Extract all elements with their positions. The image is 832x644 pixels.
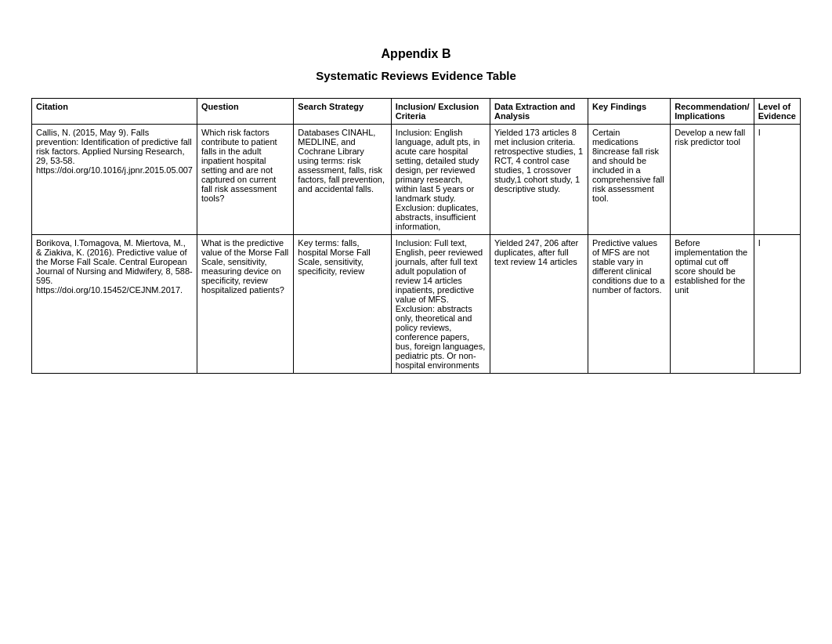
cell-citation: Callis, N. (2015, May 9). Falls preventi… [32,125,197,235]
cell-level: I [754,235,800,374]
cell-recommendation: Before implementation the optimal cut of… [671,235,754,374]
cell-key: Predictive values of MFS are not stable … [588,235,670,374]
cell-question: Which risk factors contribute to patient… [197,125,294,235]
header-recommendation: Recommendation/ Implications [671,99,754,125]
cell-data: Yielded 247, 206 after duplicates, after… [490,235,588,374]
cell-data: Yielded 173 articles 8 met inclusion cri… [490,125,588,235]
table-title: Systematic Reviews Evidence Table [31,69,801,82]
header-level: Level of Evidence [754,99,800,125]
cell-search: Key terms: falls, hospital Morse Fall Sc… [294,235,392,374]
header-question: Question [197,99,294,125]
header-key: Key Findings [588,99,670,125]
cell-key: Certain medications 8increase fall risk … [588,125,670,235]
page-container: Appendix B Systematic Reviews Evidence T… [0,0,832,405]
cell-level: I [754,125,800,235]
header-data: Data Extraction and Analysis [490,99,588,125]
cell-search: Databases CINAHL, MEDLINE, and Cochrane … [294,125,392,235]
table-body: Callis, N. (2015, May 9). Falls preventi… [32,125,801,374]
table-row: Callis, N. (2015, May 9). Falls preventi… [32,125,801,235]
table-header-row: Citation Question Search Strategy Inclus… [32,99,801,125]
header-search: Search Strategy [294,99,392,125]
cell-inclusion: Inclusion: English language, adult pts, … [391,125,490,235]
header-citation: Citation [32,99,197,125]
table-row: Borikova, I.Tomagova, M. Miertova, M., &… [32,235,801,374]
cell-recommendation: Develop a new fall risk predictor tool [671,125,754,235]
appendix-title: Appendix B [31,47,801,61]
header-inclusion: Inclusion/ Exclusion Criteria [391,99,490,125]
evidence-table: Citation Question Search Strategy Inclus… [31,98,801,374]
cell-citation: Borikova, I.Tomagova, M. Miertova, M., &… [32,235,197,374]
cell-question: What is the predictive value of the Mors… [197,235,294,374]
cell-inclusion: Inclusion: Full text, English, peer revi… [391,235,490,374]
